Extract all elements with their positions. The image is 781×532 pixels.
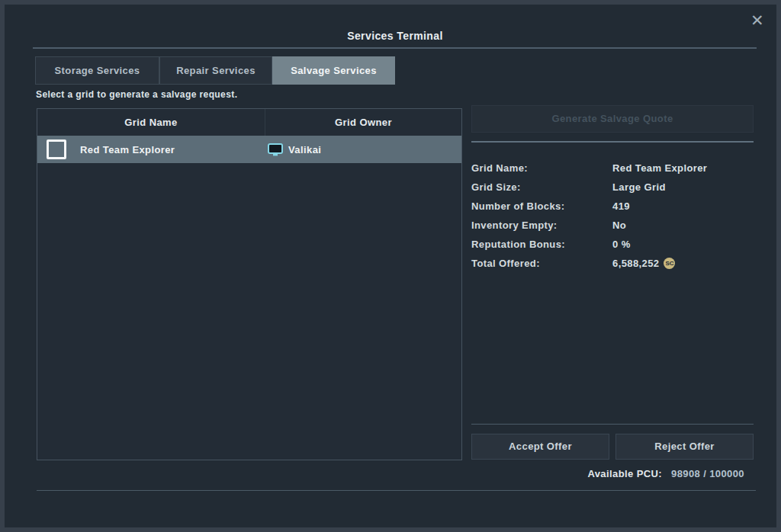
detail-value: Large Grid <box>612 178 666 197</box>
player-monitor-icon <box>268 143 283 156</box>
detail-value: 419 <box>612 197 630 216</box>
detail-value: 0 % <box>612 235 631 254</box>
total-offered-amount: 6,588,252 <box>612 254 659 273</box>
detail-value: No <box>612 216 626 235</box>
detail-value: Red Team Explorer <box>612 159 707 178</box>
detail-label: Inventory Empty: <box>471 216 612 235</box>
quote-details: Grid Name: Red Team Explorer Grid Size: … <box>471 159 754 273</box>
table-row[interactable]: Red Team Explorer Valikai <box>37 136 461 163</box>
grid-owner-name: Valikai <box>288 144 321 155</box>
generate-salvage-quote-button[interactable]: Generate Salvage Quote <box>471 105 754 133</box>
detail-row-grid-size: Grid Size: Large Grid <box>471 178 754 197</box>
column-header-grid-owner: Grid Owner <box>265 109 461 136</box>
detail-row-number-of-blocks: Number of Blocks: 419 <box>471 197 754 216</box>
detail-value: 6,588,252 SC <box>612 254 675 273</box>
reject-offer-button[interactable]: Reject Offer <box>615 434 754 460</box>
tab-repair-services[interactable]: Repair Services <box>159 56 272 85</box>
detail-label: Reputation Bonus: <box>471 235 612 254</box>
offer-buttons: Accept Offer Reject Offer <box>471 434 754 460</box>
detail-row-inventory-empty: Inventory Empty: No <box>471 216 754 235</box>
detail-label: Grid Size: <box>471 178 612 197</box>
accept-offer-button[interactable]: Accept Offer <box>471 434 609 460</box>
detail-row-grid-name: Grid Name: Red Team Explorer <box>471 159 754 178</box>
offer-divider <box>471 424 754 425</box>
grid-owner-cell: Valikai <box>268 143 321 156</box>
quote-divider <box>471 141 754 143</box>
grid-list-panel: Grid Name Grid Owner Red Team Explorer V… <box>37 108 462 460</box>
instruction-text: Select a grid to generate a salvage requ… <box>36 89 237 100</box>
grid-list-header: Grid Name Grid Owner <box>37 109 461 136</box>
detail-row-total-offered: Total Offered: 6,588,252 SC <box>471 254 754 273</box>
page-title: Services Terminal <box>5 30 781 42</box>
bottom-divider <box>37 490 756 491</box>
detail-label: Grid Name: <box>471 159 612 178</box>
available-pcu: Available PCU: 98908 / 100000 <box>587 468 744 479</box>
services-terminal-window: Services Terminal ✕ Storage Services Rep… <box>0 0 781 532</box>
grid-select-checkbox[interactable] <box>47 139 66 159</box>
detail-label: Number of Blocks: <box>471 197 612 216</box>
pcu-value: 98908 / 100000 <box>671 468 744 479</box>
grid-name-cell: Red Team Explorer <box>80 144 175 155</box>
detail-row-reputation-bonus: Reputation Bonus: 0 % <box>471 235 754 254</box>
close-icon[interactable]: ✕ <box>750 12 764 28</box>
pcu-label: Available PCU: <box>587 468 662 479</box>
column-header-grid-name: Grid Name <box>37 109 265 136</box>
detail-label: Total Offered: <box>471 254 612 273</box>
tab-storage-services[interactable]: Storage Services <box>35 56 159 85</box>
space-credits-icon: SC <box>664 258 675 269</box>
title-divider <box>33 47 757 49</box>
salvage-quote-panel: Generate Salvage Quote <box>471 105 754 133</box>
tab-salvage-services[interactable]: Salvage Services <box>272 56 395 85</box>
services-tabs: Storage Services Repair Services Salvage… <box>35 56 395 85</box>
